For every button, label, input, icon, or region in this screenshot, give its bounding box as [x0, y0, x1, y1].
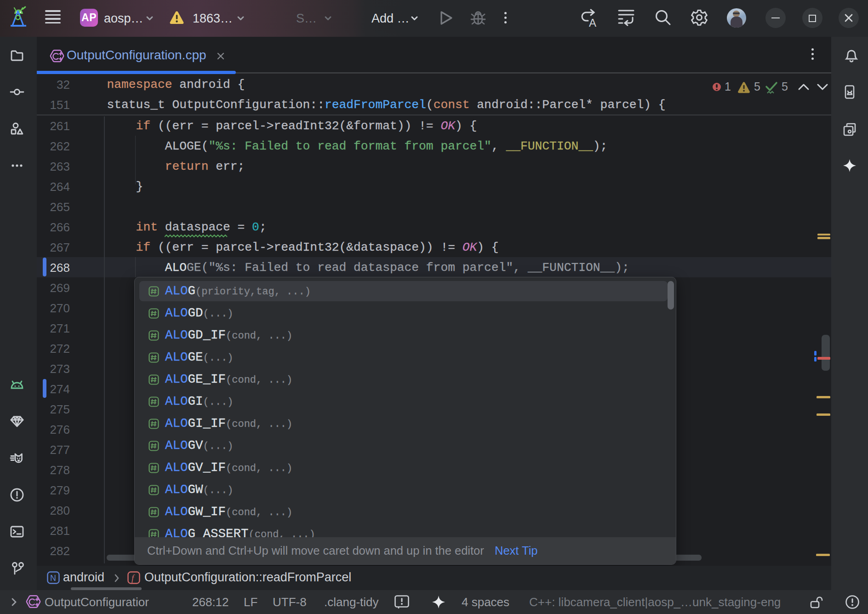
svg-text:A: A — [589, 17, 596, 28]
svg-text:f: f — [131, 573, 135, 583]
svg-text:N: N — [50, 574, 56, 583]
